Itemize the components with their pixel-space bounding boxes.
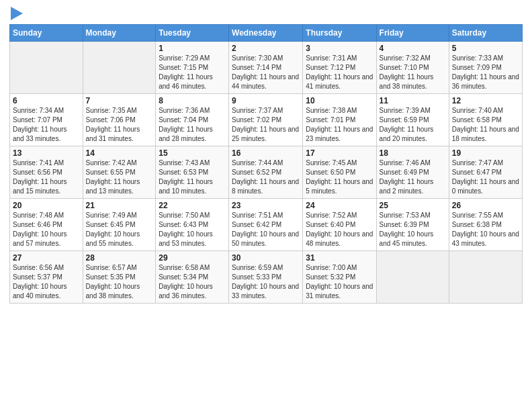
weekday-header-sunday: Sunday [10, 25, 83, 42]
day-info: Sunrise: 7:44 AMSunset: 6:52 PMDaylight:… [232, 158, 300, 196]
day-number: 13 [13, 148, 80, 158]
weekday-header-wednesday: Wednesday [229, 25, 303, 42]
logo [9, 7, 23, 20]
calendar-cell: 26Sunrise: 7:55 AMSunset: 6:38 PMDayligh… [449, 199, 522, 251]
day-number: 7 [86, 96, 153, 105]
day-number: 23 [232, 201, 300, 210]
day-info: Sunrise: 7:39 AMSunset: 6:59 PMDaylight:… [380, 106, 446, 144]
day-info: Sunrise: 7:34 AMSunset: 7:07 PMDaylight:… [13, 106, 80, 144]
day-info: Sunrise: 7:53 AMSunset: 6:39 PMDaylight:… [380, 211, 446, 248]
calendar-cell: 7Sunrise: 7:35 AMSunset: 7:06 PMDaylight… [83, 94, 156, 146]
calendar-cell: 30Sunrise: 6:59 AMSunset: 5:33 PMDayligh… [229, 251, 303, 304]
calendar-cell: 4Sunrise: 7:32 AMSunset: 7:10 PMDaylight… [376, 42, 449, 94]
calendar-cell [376, 251, 449, 304]
weekday-row: SundayMondayTuesdayWednesdayThursdayFrid… [10, 25, 523, 42]
day-number: 28 [86, 253, 153, 263]
day-info: Sunrise: 7:41 AMSunset: 6:56 PMDaylight:… [13, 158, 80, 196]
day-info: Sunrise: 7:37 AMSunset: 7:02 PMDaylight:… [232, 106, 300, 144]
day-number: 4 [380, 44, 446, 53]
day-info: Sunrise: 7:48 AMSunset: 6:46 PMDaylight:… [13, 211, 80, 248]
day-info: Sunrise: 6:58 AMSunset: 5:34 PMDaylight:… [159, 263, 226, 301]
week-row-4: 27Sunrise: 6:56 AMSunset: 5:37 PMDayligh… [10, 251, 523, 304]
calendar-table: SundayMondayTuesdayWednesdayThursdayFrid… [9, 24, 523, 304]
day-info: Sunrise: 6:59 AMSunset: 5:33 PMDaylight:… [232, 263, 300, 301]
day-number: 6 [13, 96, 80, 105]
day-number: 15 [159, 148, 226, 158]
calendar-cell: 12Sunrise: 7:40 AMSunset: 6:58 PMDayligh… [449, 94, 522, 146]
calendar-cell: 2Sunrise: 7:30 AMSunset: 7:14 PMDaylight… [229, 42, 303, 94]
day-number: 22 [159, 201, 226, 210]
day-info: Sunrise: 6:57 AMSunset: 5:35 PMDaylight:… [86, 263, 153, 301]
day-info: Sunrise: 7:52 AMSunset: 6:40 PMDaylight:… [306, 211, 373, 248]
calendar-cell: 11Sunrise: 7:39 AMSunset: 6:59 PMDayligh… [376, 94, 449, 146]
calendar-cell: 31Sunrise: 7:00 AMSunset: 5:32 PMDayligh… [303, 251, 376, 304]
day-info: Sunrise: 7:46 AMSunset: 6:49 PMDaylight:… [380, 158, 446, 196]
day-info: Sunrise: 7:55 AMSunset: 6:38 PMDaylight:… [452, 211, 519, 248]
day-number: 26 [452, 201, 519, 210]
page-header [9, 7, 523, 20]
calendar-header: SundayMondayTuesdayWednesdayThursdayFrid… [10, 25, 523, 42]
day-number: 25 [380, 201, 446, 210]
day-info: Sunrise: 7:42 AMSunset: 6:55 PMDaylight:… [86, 158, 153, 196]
day-number: 11 [380, 96, 446, 105]
day-number: 3 [306, 44, 373, 53]
day-number: 8 [159, 96, 226, 105]
calendar-cell: 20Sunrise: 7:48 AMSunset: 6:46 PMDayligh… [10, 199, 83, 251]
calendar-cell [10, 42, 83, 94]
week-row-1: 6Sunrise: 7:34 AMSunset: 7:07 PMDaylight… [10, 94, 523, 146]
day-number: 1 [159, 44, 226, 53]
logo-triangle-icon [11, 7, 23, 20]
day-number: 29 [159, 253, 226, 263]
day-number: 24 [306, 201, 373, 210]
day-number: 10 [306, 96, 373, 105]
calendar-body: 1Sunrise: 7:29 AMSunset: 7:15 PMDaylight… [10, 42, 523, 304]
day-info: Sunrise: 7:43 AMSunset: 6:53 PMDaylight:… [159, 158, 226, 196]
day-info: Sunrise: 7:31 AMSunset: 7:12 PMDaylight:… [306, 54, 373, 91]
calendar-cell: 28Sunrise: 6:57 AMSunset: 5:35 PMDayligh… [83, 251, 156, 304]
day-number: 5 [452, 44, 519, 53]
day-number: 9 [232, 96, 300, 105]
calendar-cell: 25Sunrise: 7:53 AMSunset: 6:39 PMDayligh… [376, 199, 449, 251]
calendar-cell: 16Sunrise: 7:44 AMSunset: 6:52 PMDayligh… [229, 146, 303, 199]
calendar-cell: 13Sunrise: 7:41 AMSunset: 6:56 PMDayligh… [10, 146, 83, 199]
day-number: 21 [86, 201, 153, 210]
day-info: Sunrise: 7:36 AMSunset: 7:04 PMDaylight:… [159, 106, 226, 144]
calendar-cell: 24Sunrise: 7:52 AMSunset: 6:40 PMDayligh… [303, 199, 376, 251]
day-number: 17 [306, 148, 373, 158]
weekday-header-friday: Friday [376, 25, 449, 42]
weekday-header-saturday: Saturday [449, 25, 522, 42]
day-number: 27 [13, 253, 80, 263]
day-info: Sunrise: 7:38 AMSunset: 7:01 PMDaylight:… [306, 106, 373, 144]
calendar-cell: 3Sunrise: 7:31 AMSunset: 7:12 PMDaylight… [303, 42, 376, 94]
weekday-header-monday: Monday [83, 25, 156, 42]
calendar-cell: 22Sunrise: 7:50 AMSunset: 6:43 PMDayligh… [156, 199, 229, 251]
day-info: Sunrise: 6:56 AMSunset: 5:37 PMDaylight:… [13, 263, 80, 301]
day-number: 30 [232, 253, 300, 263]
day-info: Sunrise: 7:00 AMSunset: 5:32 PMDaylight:… [306, 263, 373, 301]
day-number: 14 [86, 148, 153, 158]
day-number: 18 [380, 148, 446, 158]
calendar-cell: 15Sunrise: 7:43 AMSunset: 6:53 PMDayligh… [156, 146, 229, 199]
day-number: 2 [232, 44, 300, 53]
week-row-3: 20Sunrise: 7:48 AMSunset: 6:46 PMDayligh… [10, 199, 523, 251]
calendar-cell: 23Sunrise: 7:51 AMSunset: 6:42 PMDayligh… [229, 199, 303, 251]
calendar-cell: 29Sunrise: 6:58 AMSunset: 5:34 PMDayligh… [156, 251, 229, 304]
calendar-cell: 6Sunrise: 7:34 AMSunset: 7:07 PMDaylight… [10, 94, 83, 146]
day-info: Sunrise: 7:47 AMSunset: 6:47 PMDaylight:… [452, 158, 519, 196]
weekday-header-tuesday: Tuesday [156, 25, 229, 42]
calendar-cell [449, 251, 522, 304]
day-info: Sunrise: 7:49 AMSunset: 6:45 PMDaylight:… [86, 211, 153, 248]
day-number: 31 [306, 253, 373, 263]
calendar-cell: 8Sunrise: 7:36 AMSunset: 7:04 PMDaylight… [156, 94, 229, 146]
calendar-cell: 14Sunrise: 7:42 AMSunset: 6:55 PMDayligh… [83, 146, 156, 199]
calendar-cell: 19Sunrise: 7:47 AMSunset: 6:47 PMDayligh… [449, 146, 522, 199]
day-info: Sunrise: 7:40 AMSunset: 6:58 PMDaylight:… [452, 106, 519, 144]
day-info: Sunrise: 7:51 AMSunset: 6:42 PMDaylight:… [232, 211, 300, 248]
calendar-page: SundayMondayTuesdayWednesdayThursdayFrid… [0, 0, 532, 411]
svg-marker-0 [11, 7, 23, 20]
day-info: Sunrise: 7:35 AMSunset: 7:06 PMDaylight:… [86, 106, 153, 144]
day-info: Sunrise: 7:29 AMSunset: 7:15 PMDaylight:… [159, 54, 226, 91]
day-info: Sunrise: 7:33 AMSunset: 7:09 PMDaylight:… [452, 54, 519, 91]
calendar-cell: 9Sunrise: 7:37 AMSunset: 7:02 PMDaylight… [229, 94, 303, 146]
day-info: Sunrise: 7:32 AMSunset: 7:10 PMDaylight:… [380, 54, 446, 91]
